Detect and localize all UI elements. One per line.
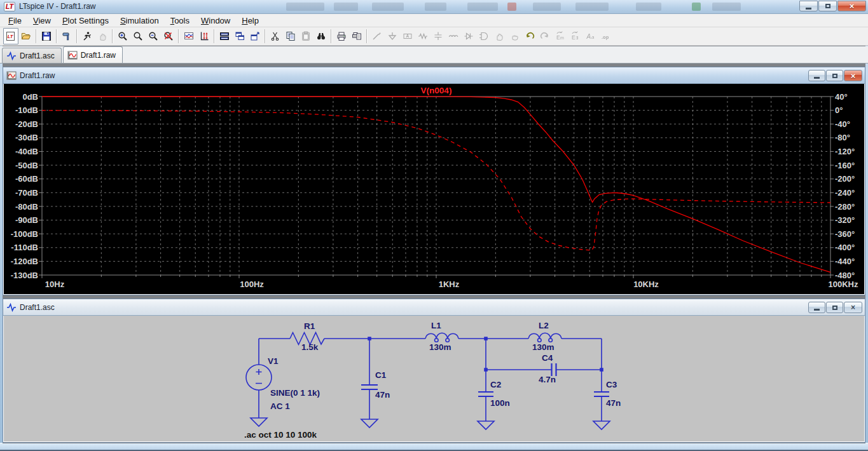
inductor-L1[interactable] [425, 333, 458, 342]
zoom-in-button[interactable] [115, 28, 130, 44]
plot-settings-button[interactable] [181, 28, 196, 44]
control-panel-button[interactable] [59, 28, 74, 44]
ground-symbols[interactable] [251, 418, 610, 429]
undo-icon [525, 31, 535, 41]
phase-trace[interactable] [42, 111, 830, 250]
tab-draft1-raw[interactable]: Draft1.raw [63, 46, 123, 63]
menu-window[interactable]: Window [195, 15, 236, 27]
label-L2[interactable]: L2 [539, 321, 549, 330]
label-C1[interactable]: C1 [375, 370, 387, 380]
toolbar: LTAEmE∃Aa.op [0, 27, 868, 46]
label-C2-value[interactable]: 100n [490, 398, 510, 408]
cut-button[interactable] [268, 28, 283, 44]
place-inductor-icon [448, 31, 458, 41]
place-resistor-button [415, 28, 431, 44]
tile-vertical-icon [250, 31, 260, 41]
tile-horizontal-button[interactable] [217, 28, 232, 44]
save-button[interactable] [39, 28, 54, 44]
autorange-y-button[interactable] [196, 28, 212, 44]
y-right-tick: -160° [835, 161, 855, 170]
circuit-drawing[interactable]: V1 SINE(0 1 1k) AC 1 R1 1.5k C1 47n L1 1… [4, 316, 864, 441]
svg-text:∃: ∃ [575, 36, 578, 40]
waveform-window: Draft1.raw × 0dB40°-10dB0°-20dB-40°-30dB… [3, 67, 865, 295]
label-L2-value[interactable]: 130m [532, 342, 555, 352]
find-button[interactable] [313, 28, 329, 44]
y-left-tick: -60dB [15, 174, 38, 184]
label-C3-value[interactable]: 47n [606, 398, 621, 408]
place-ground-icon [387, 31, 397, 41]
zoom-out-button[interactable] [146, 28, 161, 44]
autorange-y-icon [199, 31, 209, 41]
label-V1-sine[interactable]: SINE(0 1 1k) [270, 388, 320, 398]
svg-text:a: a [591, 34, 595, 40]
run-icon [82, 31, 92, 41]
menu-help[interactable]: Help [236, 15, 265, 27]
place-capacitor-icon [433, 31, 443, 41]
menu-plot-settings[interactable]: Plot Settings [57, 15, 114, 27]
schematic-tab-icon [6, 51, 17, 61]
label-R1[interactable]: R1 [304, 321, 315, 331]
menu-simulation[interactable]: Simulation [114, 15, 165, 27]
capacitor-C3[interactable] [594, 392, 609, 396]
move-icon [494, 31, 504, 41]
wave-minimize-button[interactable] [808, 70, 825, 81]
bode-plot[interactable]: 0dB40°-10dB0°-20dB-40°-30dB-80°-40dB-120… [4, 84, 864, 294]
label-C2[interactable]: C2 [490, 380, 501, 389]
inductor-L2[interactable] [528, 333, 561, 342]
label-C4[interactable]: C4 [542, 353, 553, 363]
schem-minimize-button[interactable] [808, 302, 825, 313]
app-close-button[interactable]: × [837, 1, 866, 11]
new-schematic-button[interactable]: LT [3, 28, 18, 44]
label-C3[interactable]: C3 [606, 380, 617, 389]
menu-view[interactable]: View [27, 15, 57, 27]
toolbar-separator [366, 29, 368, 43]
waveform-plot-area[interactable]: 0dB40°-10dB0°-20dB-40°-30dB-80°-40dB-120… [4, 84, 864, 294]
waveform-tab-icon [67, 50, 78, 60]
app-minimize-button[interactable] [799, 1, 818, 11]
app-titlebar[interactable]: LT LTspice IV - Draft1.raw × [0, 0, 868, 14]
wave-restore-button[interactable] [826, 70, 843, 81]
print-icon [336, 31, 347, 41]
app-restore-button[interactable] [818, 1, 837, 11]
waveform-window-titlebar[interactable]: Draft1.raw × [3, 67, 865, 84]
label-V1-ac[interactable]: AC 1 [270, 401, 290, 411]
voltage-source-V1[interactable] [246, 365, 272, 390]
schem-restore-button[interactable] [826, 302, 843, 313]
tile-vertical-button[interactable] [247, 28, 263, 44]
rotate-icon: E∃ [570, 31, 581, 41]
tab-draft1-asc[interactable]: Draft1.asc [2, 48, 62, 63]
label-L1[interactable]: L1 [431, 321, 441, 330]
trace-label[interactable]: V(n004) [421, 86, 452, 95]
place-inductor-button [446, 28, 461, 44]
label-V1[interactable]: V1 [268, 356, 279, 366]
menu-file[interactable]: File [3, 15, 27, 27]
label-R1-value[interactable]: 1.5k [301, 342, 319, 352]
wave-close-button[interactable]: × [844, 70, 862, 81]
undo-button[interactable] [522, 28, 537, 44]
spice-directive-text[interactable]: .ac oct 10 10 100k [244, 430, 317, 440]
capacitor-C1[interactable] [361, 385, 378, 389]
cascade-windows-button[interactable] [232, 28, 247, 44]
label-L1-value[interactable]: 130m [429, 342, 451, 352]
label-C4-value[interactable]: 4.7n [539, 375, 556, 384]
paste-icon [301, 31, 311, 41]
label-C1-value[interactable]: 47n [375, 390, 390, 400]
capacitor-C2[interactable] [478, 392, 493, 396]
copy-button[interactable] [283, 28, 298, 44]
run-button[interactable] [79, 28, 95, 44]
print-button[interactable] [334, 28, 349, 44]
y-right-tick: 40° [835, 92, 848, 102]
schematic-canvas[interactable]: V1 SINE(0 1 1k) AC 1 R1 1.5k C1 47n L1 1… [4, 316, 864, 441]
y-right-tick: -240° [835, 188, 855, 198]
menu-tools[interactable]: Tools [165, 15, 195, 27]
capacitor-C4[interactable] [552, 363, 556, 376]
halt-icon [97, 31, 107, 41]
zoom-full-extents-button[interactable] [130, 28, 146, 44]
zoom-back-button[interactable] [161, 28, 176, 44]
schematic-window-titlebar[interactable]: Draft1.asc × [3, 299, 865, 316]
magnitude-trace[interactable] [42, 97, 830, 273]
open-folder-button[interactable] [18, 28, 34, 44]
schem-close-button[interactable]: × [844, 302, 862, 313]
print-preview-button[interactable] [349, 28, 364, 44]
toolbar-separator [214, 29, 215, 43]
